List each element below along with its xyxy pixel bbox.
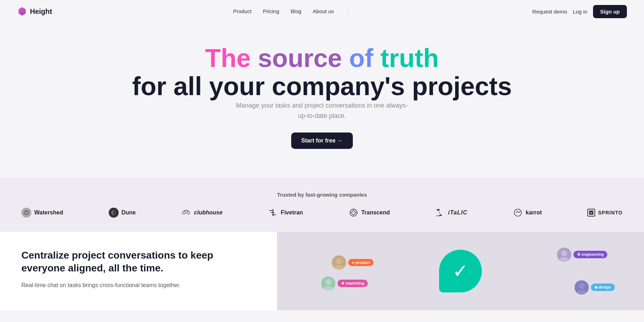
avatar-design: ◆ design [575,280,615,295]
watershed-label: Watershed [34,209,63,216]
avatar-product: ● product [332,255,373,270]
logo-clubhouse: clubhouse [181,208,222,218]
signup-button[interactable]: Sign up [593,5,627,18]
avatar-engineering-img [557,248,571,262]
fivetran-label: Fivetran [281,209,303,216]
svg-point-19 [336,258,342,264]
clubhouse-icon [181,208,191,218]
dune-icon [109,208,119,218]
check-icon: ✓ [453,262,468,280]
request-demo-button[interactable]: Request demo [532,9,567,15]
hero-word-truth: truth [381,44,439,72]
nav-pricing[interactable]: Pricing [263,8,279,14]
karrot-icon [513,208,523,218]
clubhouse-label: clubhouse [194,209,222,216]
bottom-heading: Centralize project conversations to keep… [21,249,256,275]
nav-blog[interactable]: Blog [291,8,302,14]
nav-links: Product Pricing Blog About us [233,8,351,15]
badge-marketing: ★ marketing [338,280,368,287]
svg-point-22 [561,250,567,256]
logo-sprinto: SPRINTO [587,209,623,217]
logo-dune: Dune [109,208,136,218]
logo-transcend: Transcend [349,208,390,218]
hero-title: The source of truth for all your company… [7,44,637,100]
login-button[interactable]: Log in [573,9,587,15]
italic-label: iTaLIC [448,209,467,216]
trusted-section: Trusted by fast-growing companies Waters… [0,177,644,232]
svg-point-28 [579,283,584,289]
svg-point-2 [182,211,185,214]
svg-point-25 [325,279,331,285]
nav-divider [348,8,349,15]
avatar-product-img [332,255,346,270]
hero-subtitle: Manage your tasks and project conversati… [233,100,411,121]
hero-section: The source of truth for all your company… [0,23,644,163]
svg-point-3 [187,211,190,214]
logo-italic: iTaLIC [435,208,467,218]
italic-icon [435,208,445,218]
avatar-marketing-img [321,276,335,291]
avatar-marketing: ★ marketing [321,276,368,291]
karrot-label: karrot [526,209,542,216]
transcend-label: Transcend [361,209,390,216]
bottom-right-panel: ✓ ● product [277,232,644,310]
watershed-icon [21,208,31,218]
svg-point-16 [514,209,521,216]
nav-product[interactable]: Product [233,8,252,14]
start-free-button[interactable]: Start for free → [291,133,352,149]
bottom-subtext: Real-time chat on tasks brings cross-fun… [21,281,256,290]
transcend-icon [349,208,359,218]
avatar-design-img [575,280,589,295]
dune-label: Dune [122,209,136,216]
svg-point-9 [352,211,355,214]
badge-engineering: ⚙ engineering [573,251,607,258]
hero-word-of: of [349,44,373,72]
trusted-label: Trusted by fast-growing companies [21,192,623,198]
logo-link[interactable]: Height [17,6,52,16]
bottom-section: Centralize project conversations to keep… [0,232,644,310]
trusted-logos: Watershed Dune clubhouse [21,208,623,218]
hero-word-the: The [205,44,251,72]
chat-bubble-main: ✓ [439,250,482,292]
navbar: Height Product Pricing Blog About us Req… [0,0,644,23]
sprinto-label: SPRINTO [598,210,623,215]
height-logo-icon [17,6,27,16]
logo-watershed: Watershed [21,208,63,218]
logo-karrot: karrot [513,208,542,218]
nav-about[interactable]: About us [313,8,334,14]
nav-actions: Request demo Log in Sign up [532,5,627,18]
hero-word-source: source [258,44,342,72]
hero-title-line2: for all your company's projects [132,72,512,100]
chat-illustration: ✓ ● product [277,232,644,310]
logo-fivetran: Fivetran [268,208,303,218]
sprinto-icon [587,209,595,217]
bottom-left-panel: Centralize project conversations to keep… [0,232,277,310]
logo-text: Height [30,7,52,16]
badge-product: ● product [348,259,373,266]
badge-design: ◆ design [591,284,615,291]
fivetran-icon [268,208,278,218]
avatar-engineering: ⚙ engineering [557,248,607,262]
